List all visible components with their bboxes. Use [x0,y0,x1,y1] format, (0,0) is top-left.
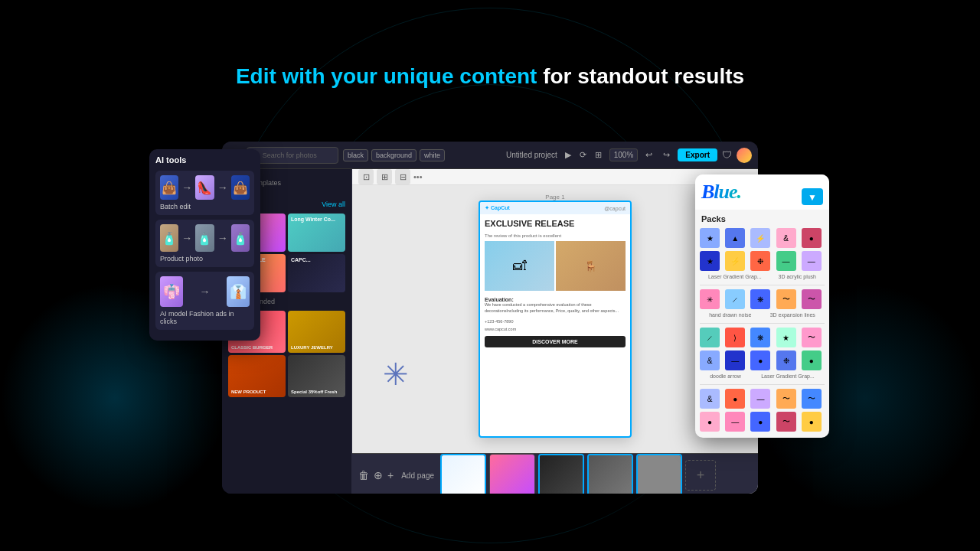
sticker-25[interactable]: ● [802,350,822,370]
rec-text-1: CLASSIC BURGER [230,344,274,351]
transform-tool[interactable]: ⊟ [395,169,410,184]
tag-black[interactable]: black [343,149,368,161]
sticker-7[interactable]: ⚡ [725,251,745,271]
pack-labels-2: hand drawn noise 3D expansion lines [695,311,829,321]
sticker-12[interactable]: ⟋ [725,289,745,309]
filmstrip-page-4[interactable] [587,454,633,494]
recent-thumb-4[interactable]: CAPC... [288,254,345,292]
sticker-18[interactable]: ❋ [750,328,770,347]
pack-label-1: Laser Gradient Grap... [708,274,762,279]
headline-white: for standout results [543,64,744,88]
add-page-icon[interactable]: + [387,469,394,481]
sticker-17[interactable]: ⟩ [725,328,745,347]
sticker-21[interactable]: & [700,350,720,370]
play-btn[interactable]: ▶ [562,148,574,161]
filmstrip: 🗑 ⊕ + Add page [352,453,758,494]
model-images: 👘 → 👔 [160,276,250,307]
rec-thumb-4[interactable]: Special 35%off Fresh [288,355,345,397]
sticker-27[interactable]: ● [725,389,745,409]
batch-arrow: → [181,181,192,194]
crop-tool[interactable]: ⊡ [358,169,374,184]
layout-tool[interactable]: ⊞ [377,169,392,184]
card-phone: +123-456-7890 [480,318,630,325]
sticker-35[interactable]: ● [802,412,822,432]
design-card[interactable]: ✦ CapCut @capcut EXCLUSIVE RELEASE The r… [479,201,632,438]
filmstrip-controls: 🗑 ⊕ + Add page [358,469,434,481]
duplicate-icon[interactable]: ⊕ [374,469,383,481]
tag-background[interactable]: background [371,149,416,161]
redo-btn[interactable]: ↪ [660,148,673,161]
recent-thumb-2[interactable]: Long Winter Co... [288,214,345,252]
sticker-6[interactable]: ★ [700,251,720,271]
view-all-link[interactable]: View all [322,201,345,208]
filmstrip-page-1[interactable] [440,454,486,494]
product-photo-label: Product photo [160,255,250,262]
filmstrip-page-2[interactable] [489,454,535,494]
search-bar[interactable]: 🔍 Search for photos [247,147,338,164]
add-page-label[interactable]: Add page [401,471,434,480]
tag-white[interactable]: white [420,149,445,161]
sticker-4[interactable]: & [776,228,796,248]
card-cta[interactable]: DISCOVER MORE [485,336,626,347]
zoom-level[interactable]: 100% [609,148,639,161]
sticker-2[interactable]: ▲ [725,228,745,248]
sticker-9[interactable]: — [776,251,796,271]
add-page-button[interactable]: + [685,460,716,491]
sticker-8[interactable]: ❉ [750,251,770,271]
export-button[interactable]: Export [678,148,717,161]
sticker-33[interactable]: ● [750,412,770,432]
ai-tools-panel: AI tools 👜 → 👠 → 👜 Batch edit 🧴 → 🧴 → 🧴 … [149,149,260,341]
sticker-28[interactable]: — [750,389,770,409]
rec-thumb-3[interactable]: NEW PRODUCT [228,355,286,397]
sticker-29[interactable]: 〜 [776,389,796,409]
batch-edit-images: 👜 → 👠 → 👜 [160,175,250,200]
refresh-btn[interactable]: ⟳ [577,148,590,161]
filmstrip-page-5[interactable] [636,454,682,494]
thumb-text-4: CAPC... [289,256,312,264]
blues-arrow-btn[interactable]: ▼ [802,188,823,205]
rec-text-4: Special 35%off Fresh [289,388,338,396]
model-img2: 👔 [227,276,250,307]
product-images: 🧴 → 🧴 → 🧴 [160,224,250,252]
sticker-16[interactable]: ⟋ [700,328,720,347]
rec-thumb-2[interactable]: LUXURY JEWELRY [288,311,345,353]
batch-edit-item[interactable]: 👜 → 👠 → 👜 Batch edit [155,171,254,215]
sticker-19[interactable]: ★ [776,328,796,347]
divider-3 [700,384,825,385]
sticker-11[interactable]: ✳ [700,289,720,309]
sticker-1[interactable]: ★ [700,228,720,248]
trash-icon[interactable]: 🗑 [358,469,369,481]
sticker-30[interactable]: 〜 [802,389,822,409]
sticker-13[interactable]: ❋ [750,289,770,309]
rec-text-2: LUXURY JEWELRY [289,344,335,351]
card-image-1: 🛋 [485,241,554,291]
sticker-26[interactable]: & [700,389,720,409]
sticker-34[interactable]: 〜 [776,412,796,432]
card-image-2: 🪑 [556,241,626,291]
sticker-32[interactable]: — [725,412,745,432]
filmstrip-page-2-inner [490,455,534,494]
sticker-3[interactable]: ⚡ [750,228,770,248]
layout-btn[interactable]: ⊞ [592,148,605,161]
sticker-22[interactable]: — [725,350,745,370]
packs-title: Packs [695,210,829,227]
more-tools[interactable]: ••• [413,172,423,181]
undo-btn[interactable]: ↩ [642,148,655,161]
model-arrow: → [186,285,224,298]
sticker-24[interactable]: ❉ [776,350,796,370]
sticker-14[interactable]: 〜 [776,289,796,309]
ai-model-item[interactable]: 👘 → 👔 AI model Fashion ads in clicks [155,272,254,330]
filmstrip-page-3[interactable] [538,454,584,494]
divider-2 [700,323,825,324]
user-avatar[interactable] [737,148,752,163]
headline-cyan: Edit with your unique content [236,64,537,88]
sticker-10[interactable]: — [802,251,822,271]
ai-panel-title: AI tools [155,155,254,165]
sticker-23[interactable]: ● [750,350,770,370]
product-photo-item[interactable]: 🧴 → 🧴 → 🧴 Product photo [155,220,254,267]
bottle1-icon: 🧴 [160,224,178,252]
sticker-15[interactable]: 〜 [802,289,822,309]
sticker-31[interactable]: ● [700,412,720,432]
sticker-20[interactable]: 〜 [802,328,822,347]
sticker-5[interactable]: ● [802,228,822,248]
